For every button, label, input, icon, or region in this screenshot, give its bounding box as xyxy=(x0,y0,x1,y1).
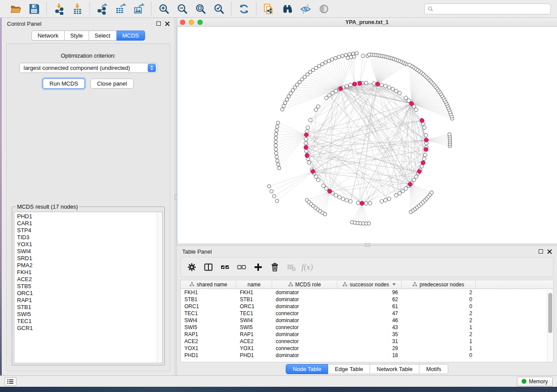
splitter-grip[interactable] xyxy=(365,243,370,247)
mcds-result-item[interactable]: GCR1 xyxy=(17,325,162,332)
mcds-result-item[interactable]: STP4 xyxy=(17,227,162,234)
zoom-in-button[interactable] xyxy=(156,2,172,16)
mcds-result-item[interactable]: RAP1 xyxy=(17,297,162,304)
mcds-result-item[interactable]: FKH1 xyxy=(17,269,162,276)
tree-icon xyxy=(288,282,293,287)
mcds-result-item[interactable]: SWI4 xyxy=(17,248,162,255)
mcds-result-item[interactable]: CAR1 xyxy=(17,220,162,227)
column-header-successor-nodes[interactable]: successor nodes xyxy=(337,280,401,289)
toggle-appearance-button[interactable] xyxy=(316,2,332,16)
search-icon xyxy=(428,6,433,12)
table-row[interactable]: YOX1YOX1connector291 xyxy=(181,345,553,352)
save-floppy-icon xyxy=(28,3,40,15)
export-network-button[interactable] xyxy=(94,2,110,16)
zoom-selected-button[interactable] xyxy=(211,2,227,16)
task-history-button[interactable] xyxy=(4,377,17,386)
refresh-icon xyxy=(238,3,250,15)
table-row[interactable]: RAP1RAP1dominator352 xyxy=(181,331,553,338)
cell-mcds-role: dominator xyxy=(272,303,337,310)
show-columns-button[interactable] xyxy=(202,261,215,274)
table-row[interactable]: STB1STB1dominator620 xyxy=(181,296,553,303)
maximize-window-icon[interactable] xyxy=(197,20,203,25)
clone-network-button[interactable] xyxy=(261,2,277,16)
network-canvas[interactable] xyxy=(177,27,557,244)
column-header-name[interactable]: name xyxy=(236,280,272,289)
zoom-in-icon xyxy=(158,3,170,15)
hide-graphics-details-button[interactable] xyxy=(298,2,313,16)
mcds-result-item[interactable]: ORC1 xyxy=(17,290,162,297)
table-scrollbar[interactable] xyxy=(547,289,553,362)
table-options-button[interactable] xyxy=(185,261,198,274)
memory-button[interactable]: Memory xyxy=(517,377,553,386)
tab-node-table[interactable]: Node Table xyxy=(286,364,329,374)
function-builder-icon[interactable]: f(x) xyxy=(301,262,313,272)
tab-motifs[interactable]: Motifs xyxy=(419,364,448,374)
close-window-icon[interactable] xyxy=(180,20,185,25)
tab-network[interactable]: Network xyxy=(31,31,65,41)
table-row[interactable]: ORC1ORC1dominator610 xyxy=(181,303,553,310)
column-header-predecessor-nodes[interactable]: predecessor nodes xyxy=(401,280,476,289)
table-row[interactable]: ACE2ACE2connector311 xyxy=(181,338,553,345)
optimization-criterion-select[interactable]: largest connected component (undirected) xyxy=(19,63,157,73)
table-row[interactable]: FKH1FKH1dominator962 xyxy=(181,289,553,296)
search-input[interactable] xyxy=(436,6,547,12)
close-panel-icon[interactable] xyxy=(165,21,170,26)
table-scrollbar-thumb[interactable] xyxy=(548,293,552,333)
cell-shared-name: FKH1 xyxy=(181,289,236,296)
refresh-view-button[interactable] xyxy=(236,2,252,16)
select-all-icon xyxy=(221,263,229,272)
tab-network-table[interactable]: Network Table xyxy=(370,364,419,374)
table-row[interactable]: TEC1TEC1connector472 xyxy=(181,310,553,317)
cell-mcds-role: connector xyxy=(272,310,337,317)
mcds-result-item[interactable]: TEC1 xyxy=(17,318,162,325)
float-panel-icon[interactable] xyxy=(539,249,543,254)
minimize-window-icon[interactable] xyxy=(189,20,194,25)
run-mcds-button[interactable]: Run MCDS xyxy=(43,79,85,89)
mcds-list-scrollbar[interactable] xyxy=(157,212,162,363)
table-row[interactable]: SWI4SWI4dominator462 xyxy=(181,317,553,324)
add-row-button[interactable] xyxy=(252,261,265,274)
mcds-result-item[interactable]: SWI5 xyxy=(17,311,162,318)
column-header-mcds-role[interactable]: MCDS role xyxy=(272,280,337,289)
cell-shared-name: STB1 xyxy=(181,296,236,303)
cell-successor-nodes: 18 xyxy=(337,352,401,359)
network-graph xyxy=(177,27,557,244)
zoom-out-button[interactable] xyxy=(174,2,190,16)
horizontal-splitter[interactable] xyxy=(177,244,557,246)
save-session-button[interactable] xyxy=(26,2,42,16)
import-network-button[interactable] xyxy=(51,2,67,16)
mcds-result-item[interactable]: TID3 xyxy=(17,234,162,241)
open-file-button[interactable] xyxy=(8,2,24,16)
delete-row-button[interactable] xyxy=(268,261,281,274)
mcds-result-item[interactable]: SRD1 xyxy=(17,255,162,262)
table-row[interactable]: PHD1PHD1dominator180 xyxy=(181,352,553,359)
mcds-result-item[interactable]: ACE2 xyxy=(17,276,162,283)
float-panel-icon[interactable] xyxy=(156,21,161,26)
deselect-all-rows-button[interactable] xyxy=(235,261,248,274)
mcds-result-item[interactable]: STB5 xyxy=(17,283,162,290)
columns-icon xyxy=(204,263,213,272)
cell-successor-nodes: 46 xyxy=(337,317,401,324)
column-header-shared-name[interactable]: shared name xyxy=(181,280,236,289)
table-row[interactable]: SWI5SWI5connector431 xyxy=(181,324,553,331)
tab-edge-table[interactable]: Edge Table xyxy=(328,364,370,374)
deselect-all-icon xyxy=(237,263,246,272)
search-objects-button[interactable] xyxy=(279,2,295,16)
close-panel-button[interactable]: Close panel xyxy=(90,79,134,89)
mcds-result-item[interactable]: PMA2 xyxy=(17,262,162,269)
mcds-result-item[interactable]: STB1 xyxy=(17,304,162,311)
tab-mcds[interactable]: MCDS xyxy=(117,31,145,41)
zoom-out-icon xyxy=(176,3,188,15)
column-label: predecessor nodes xyxy=(419,282,464,288)
zoom-fit-button[interactable] xyxy=(193,2,208,16)
select-all-rows-button[interactable] xyxy=(218,261,232,274)
delete-table-button[interactable] xyxy=(285,261,298,274)
tab-select[interactable]: Select xyxy=(89,31,117,41)
export-table-button[interactable] xyxy=(113,2,128,16)
close-panel-icon[interactable] xyxy=(547,249,552,254)
mcds-result-item[interactable]: PHD1 xyxy=(17,213,162,220)
mcds-result-item[interactable]: YOX1 xyxy=(17,241,162,248)
tab-style[interactable]: Style xyxy=(65,31,89,41)
import-table-button[interactable] xyxy=(69,2,85,16)
export-image-button[interactable] xyxy=(131,2,147,16)
